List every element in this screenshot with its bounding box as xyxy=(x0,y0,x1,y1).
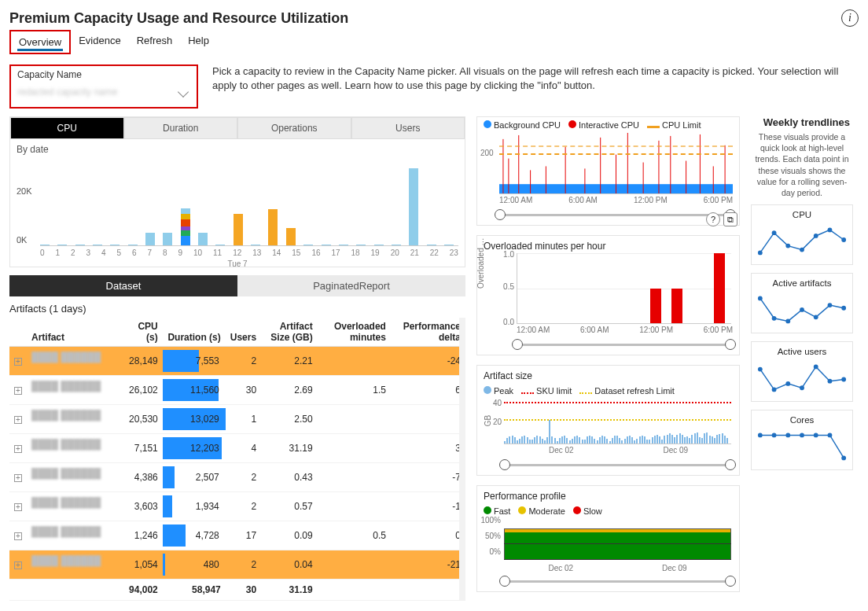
artifact-tab-paginated[interactable]: PaginatedReport xyxy=(237,275,465,296)
slider-handle-right[interactable] xyxy=(725,459,736,470)
info-icon[interactable]: i xyxy=(841,9,859,27)
chevron-down-icon xyxy=(178,86,189,98)
xtick: 18 xyxy=(351,248,360,257)
ytick: 0.5 xyxy=(503,282,517,291)
cell-perf: -24 xyxy=(391,347,465,376)
table-row[interactable]: +████ ██████20,53013,02912.50 xyxy=(9,405,465,434)
table-row[interactable]: +████ ██████1,2464,728170.090.50 xyxy=(9,521,465,550)
ytick: 100% xyxy=(480,516,504,525)
svg-point-31 xyxy=(841,306,846,311)
legend-dot-icon xyxy=(573,506,581,514)
artifacts-table[interactable]: Artifact CPU (s) Duration (s) Users Arti… xyxy=(9,318,465,601)
slider-handle-right[interactable] xyxy=(725,339,736,350)
table-row[interactable]: +████ ██████7,15112,203431.193 xyxy=(9,434,465,463)
trend-spark-active-artifacts[interactable]: Active artifacts xyxy=(751,273,853,333)
cell-cpu: 3,603 xyxy=(123,492,163,521)
size-ylabel: GB xyxy=(484,415,492,426)
artifact-name-redacted: ████ ██████ xyxy=(31,555,118,574)
legend-line-icon xyxy=(647,126,660,128)
col-cpu[interactable]: CPU (s) xyxy=(123,318,163,347)
expand-icon[interactable]: + xyxy=(14,358,22,366)
ytick: 0% xyxy=(490,547,504,556)
slider-handle-left[interactable] xyxy=(499,576,510,587)
artifact-name-redacted: ████ ██████ xyxy=(31,497,118,516)
svg-point-29 xyxy=(814,315,818,319)
cell-size: 0.04 xyxy=(261,550,318,580)
artifact-tab-dataset[interactable]: Dataset xyxy=(9,275,237,296)
xtick: 12:00 PM xyxy=(634,196,668,204)
cell-users: 30 xyxy=(226,376,261,405)
expand-icon[interactable]: + xyxy=(14,532,22,540)
svg-point-44 xyxy=(828,433,833,438)
metric-tab-cpu[interactable]: CPU xyxy=(10,117,124,139)
trend-spark-cores[interactable]: Cores xyxy=(751,410,853,470)
col-perf[interactable]: Performance delta xyxy=(391,318,465,347)
expand-icon[interactable]: + xyxy=(14,387,22,395)
col-overloaded[interactable]: Overloaded minutes xyxy=(318,318,391,347)
overloaded-bar-chart[interactable]: 1.0 0.5 0.0 xyxy=(517,253,731,324)
cell-duration: 7,553 xyxy=(163,347,226,376)
artifact-name-redacted: ████ ██████ xyxy=(31,468,118,487)
slider-handle-left[interactable] xyxy=(495,209,506,220)
size-range-slider[interactable] xyxy=(504,458,731,472)
table-row[interactable]: +████ ██████28,1497,55322.21-24 xyxy=(9,347,465,376)
trend-spark-active-users[interactable]: Active users xyxy=(751,341,853,402)
xtick: 6:00 AM xyxy=(568,196,598,204)
perf-range-slider[interactable] xyxy=(504,574,731,588)
copy-icon[interactable]: ⧉ xyxy=(723,212,737,226)
metric-tab-operations[interactable]: Operations xyxy=(237,117,351,139)
tab-refresh[interactable]: Refresh xyxy=(129,30,181,54)
xtick: 12 xyxy=(233,248,241,257)
metric-tab-users[interactable]: Users xyxy=(351,117,465,139)
time-range-slider[interactable] xyxy=(499,208,731,222)
slider-handle-left[interactable] xyxy=(512,339,523,350)
table-scrollbar[interactable] xyxy=(459,318,465,601)
cpu-bar-chart[interactable]: 20K 0K xyxy=(10,156,465,267)
xtick: 15 xyxy=(292,248,300,257)
overload-range-slider[interactable] xyxy=(517,337,731,352)
capacity-picker[interactable]: Capacity Name redacted capacity name xyxy=(9,64,198,109)
cpu-card-subtitle: By date xyxy=(10,139,465,156)
help-icon[interactable]: ? xyxy=(706,212,720,226)
table-row[interactable]: +████ ██████1,05448020.04-21 xyxy=(9,550,465,580)
slider-handle-right[interactable] xyxy=(725,576,736,587)
expand-icon[interactable]: + xyxy=(14,416,22,424)
xtick: 17 xyxy=(331,248,340,257)
trend-spark-cpu[interactable]: CPU xyxy=(751,204,853,265)
cell-size: 2.21 xyxy=(261,347,318,376)
table-row[interactable]: +████ ██████26,10211,560302.691.56 xyxy=(9,376,465,405)
svg-point-18 xyxy=(758,251,763,256)
col-artifact[interactable]: Artifact xyxy=(27,318,123,347)
artifact-name-redacted: ████ ██████ xyxy=(31,439,118,458)
svg-point-45 xyxy=(841,456,846,461)
ytick: 200 xyxy=(480,149,494,157)
tab-help[interactable]: Help xyxy=(180,30,217,54)
cell-overloaded: 1.5 xyxy=(318,376,391,405)
tab-evidence[interactable]: Evidence xyxy=(71,30,128,54)
cell-users: 2 xyxy=(226,463,261,492)
slider-handle-left[interactable] xyxy=(499,459,510,470)
expand-icon[interactable]: + xyxy=(14,445,22,453)
spark-title: Active users xyxy=(756,347,848,356)
col-users[interactable]: Users xyxy=(226,318,261,347)
table-row[interactable]: +████ ██████3,6031,93420.57-1 xyxy=(9,492,465,521)
cpu-timeseries-chart[interactable]: 200 xyxy=(499,131,733,194)
table-row[interactable]: +████ ██████4,3862,50720.43-7 xyxy=(9,463,465,492)
svg-point-20 xyxy=(785,244,790,248)
expand-icon[interactable]: + xyxy=(14,503,22,511)
col-duration[interactable]: Duration (s) xyxy=(163,318,226,347)
expand-icon[interactable]: + xyxy=(14,561,22,569)
performance-area-chart[interactable]: 100% 50% 0% Dec 02 Dec 09 xyxy=(504,517,731,572)
size-title: Artifact size xyxy=(477,366,739,383)
xtick: 12:00 AM xyxy=(499,196,532,204)
svg-point-32 xyxy=(758,367,763,372)
ytick: 20 xyxy=(493,418,504,426)
col-size[interactable]: Artifact Size (GB) xyxy=(261,318,318,347)
tab-overview[interactable]: Overview xyxy=(9,30,71,54)
metric-tab-duration[interactable]: Duration xyxy=(124,117,238,139)
artifact-size-chart[interactable]: 40 20 xyxy=(504,397,731,444)
expand-icon[interactable]: + xyxy=(14,474,22,482)
legend-line-icon xyxy=(521,392,534,394)
xtick: Dec 02 xyxy=(549,446,574,455)
cell-duration: 11,560 xyxy=(163,376,226,405)
